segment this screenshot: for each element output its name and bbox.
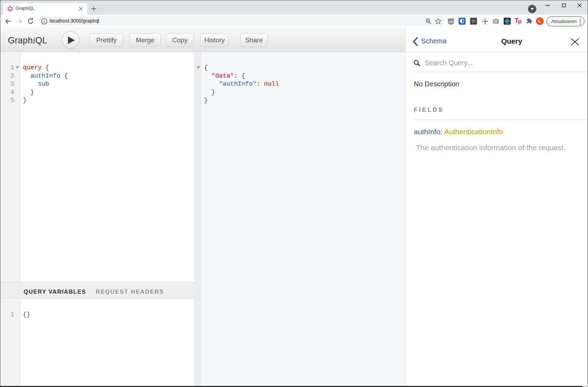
svg-text:uO: uO (449, 20, 453, 23)
svg-text:P: P (472, 19, 475, 24)
